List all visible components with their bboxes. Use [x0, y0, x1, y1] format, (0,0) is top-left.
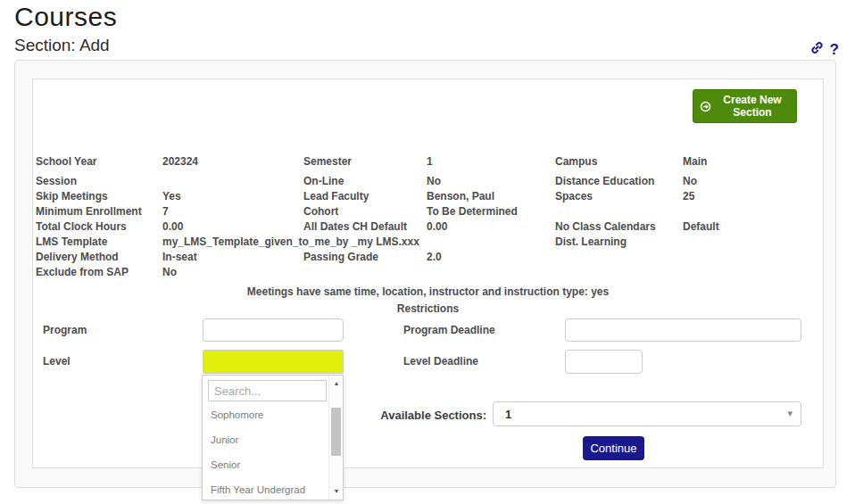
info-value: my_LMS_Template_given_to_me_by _my LMS.x… [162, 235, 303, 251]
info-label: No Class Calendars [555, 220, 683, 235]
info-value: Main [683, 155, 817, 170]
info-value: No [683, 175, 817, 190]
info-value: Benson, Paul [427, 190, 555, 205]
info-label [555, 205, 683, 220]
info-label [555, 251, 683, 266]
info-label: Passing Grade [303, 251, 427, 266]
info-value: 0.00 [427, 220, 555, 235]
info-label: Lead Faculty [303, 190, 427, 205]
info-label: Delivery Method [36, 251, 162, 266]
info-label: Skip Meetings [36, 190, 162, 205]
info-row: Minimum Enrollment7CohortTo Be Determine… [36, 205, 821, 220]
level-dropdown: Sophomore Junior Senior Fifth Year Under… [202, 375, 344, 500]
level-option[interactable]: Sophomore [203, 402, 329, 427]
create-new-section-button[interactable]: Create New Section [693, 89, 797, 123]
info-label: Spaces [555, 190, 683, 205]
info-value [683, 235, 817, 251]
info-label: Minimum Enrollment [36, 205, 162, 220]
level-deadline-label: Level Deadline [403, 355, 478, 368]
info-label [555, 266, 683, 281]
info-value: 7 [162, 205, 303, 220]
info-value: 1 [427, 155, 555, 170]
info-label: All Dates CH Default [303, 220, 427, 235]
info-value [683, 251, 817, 266]
info-value: Default [683, 220, 817, 235]
link-icon[interactable] [809, 40, 825, 59]
restrictions-title: Restrictions [32, 302, 824, 315]
header-icons: ? [809, 40, 839, 59]
info-label: School Year [36, 155, 162, 170]
level-label: Level [43, 355, 71, 368]
level-deadline-input[interactable] [565, 350, 643, 374]
level-dropdown-options: Sophomore Junior Senior Fifth Year Under… [203, 402, 329, 502]
info-value [683, 266, 817, 281]
meetings-note: Meetings have same time, location, instr… [32, 285, 824, 298]
info-label: Total Clock Hours [36, 220, 162, 235]
info-row: LMS Templatemy_LMS_Template_given_to_me_… [36, 235, 821, 251]
scrollbar-thumb[interactable] [331, 408, 341, 456]
info-row: Total Clock Hours0.00All Dates CH Defaul… [36, 220, 821, 235]
info-value: 202324 [162, 155, 303, 170]
chevron-down-icon: ▾ [787, 408, 793, 419]
scroll-down-icon[interactable]: ▼ [329, 485, 344, 498]
info-label: Distance Education [555, 175, 683, 190]
section-info-grid: School Year202324Semester1CampusMain Ses… [36, 155, 821, 281]
page-title: Courses [14, 2, 117, 32]
info-value: 2.0 [427, 251, 555, 266]
page: Courses Section: Add ? Create New Sectio… [0, 0, 855, 504]
info-label [303, 235, 427, 251]
info-label: LMS Template [36, 235, 162, 251]
info-label: Cohort [303, 205, 427, 220]
info-value: Yes [162, 190, 303, 205]
level-option[interactable]: Senior [203, 452, 329, 477]
add-circle-icon [700, 101, 711, 112]
info-row: Delivery MethodIn-seatPassing Grade2.0 [36, 251, 821, 266]
info-value [162, 175, 303, 190]
info-row: Skip MeetingsYesLead FacultyBenson, Paul… [36, 190, 821, 205]
info-value [427, 266, 555, 281]
info-value: No [427, 175, 555, 190]
continue-button[interactable]: Continue [583, 436, 644, 460]
level-option[interactable]: Junior [203, 427, 329, 452]
page-subtitle: Section: Add [14, 36, 110, 55]
info-value [683, 205, 817, 220]
info-label: On-Line [303, 175, 427, 190]
level-option[interactable]: Fifth Year Undergrad [203, 477, 329, 502]
info-value: In-seat [162, 251, 303, 266]
program-label: Program [43, 324, 87, 336]
info-value: 25 [683, 190, 817, 205]
info-row: Exclude from SAPNo [36, 266, 821, 281]
info-row: School Year202324Semester1CampusMain [36, 155, 821, 170]
scroll-up-icon[interactable]: ▲ [329, 377, 344, 390]
level-input[interactable] [203, 350, 344, 374]
info-label [303, 266, 427, 281]
info-value: 0.00 [162, 220, 303, 235]
program-deadline-label: Program Deadline [403, 324, 495, 336]
help-icon[interactable]: ? [830, 41, 839, 59]
program-input[interactable] [203, 318, 344, 342]
available-sections-value: 1 [505, 408, 511, 421]
available-sections-select[interactable]: 1 ▾ [493, 401, 801, 426]
available-sections-label: Available Sections: [361, 409, 486, 422]
create-new-section-label: Create New Section [715, 94, 790, 119]
info-value: To Be Determined [427, 205, 555, 220]
level-dropdown-search-input[interactable] [208, 380, 327, 401]
info-label: Campus [555, 155, 683, 170]
dropdown-scrollbar[interactable]: ▲ ▼ [328, 376, 343, 500]
info-value: No [162, 266, 303, 281]
info-label: Exclude from SAP [36, 266, 162, 281]
info-label: Semester [303, 155, 427, 170]
info-row: SessionOn-LineNoDistance EducationNo [36, 175, 821, 190]
program-deadline-input[interactable] [565, 318, 801, 342]
info-label: Dist. Learning [555, 235, 683, 251]
info-value [427, 235, 555, 251]
info-label: Session [36, 175, 162, 190]
